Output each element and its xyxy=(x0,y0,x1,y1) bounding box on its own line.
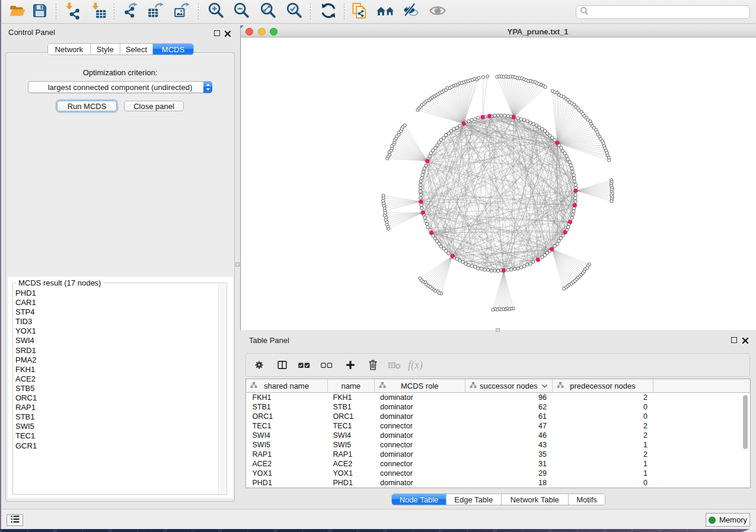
zoom-fit-button[interactable] xyxy=(259,2,277,21)
control-panel-float-button[interactable] xyxy=(214,30,220,36)
horizontal-split-handle[interactable] xyxy=(496,328,500,332)
column-header-successor-nodes[interactable]: successor nodes xyxy=(465,379,553,392)
mcds-result-item[interactable]: STP4 xyxy=(14,307,218,317)
mcds-result-item[interactable]: SWI4 xyxy=(14,336,218,345)
search-field[interactable] xyxy=(576,5,750,19)
mcds-result-item[interactable]: SWI5 xyxy=(14,422,218,431)
table-row[interactable]: TEC1TEC1connector472 xyxy=(246,421,750,431)
show-panels-button[interactable] xyxy=(7,514,23,526)
close-traffic-light[interactable] xyxy=(245,28,253,36)
zoom-selected-button[interactable] xyxy=(285,2,304,21)
mcds-result-item[interactable]: ORC1 xyxy=(14,393,218,403)
table-cell: 96 xyxy=(465,393,553,402)
result-list-scrollbar[interactable] xyxy=(218,284,225,493)
mcds-result-item[interactable]: STB5 xyxy=(14,384,218,393)
new-network-from-selection-button[interactable] xyxy=(350,2,369,21)
table-cell: 2 xyxy=(553,393,653,402)
mcds-result-item[interactable]: SRD1 xyxy=(14,346,218,355)
memory-button[interactable]: Memory xyxy=(706,513,750,527)
table-cell: 62 xyxy=(465,403,553,411)
hide-selected-button[interactable] xyxy=(402,2,421,21)
mcds-result-item[interactable]: ACE2 xyxy=(14,374,218,384)
column-header-MCDS-role[interactable]: MCDS role xyxy=(375,379,465,392)
svg-text:f(x): f(x) xyxy=(408,359,423,371)
table-cell: 43 xyxy=(465,441,553,449)
search-input[interactable] xyxy=(591,7,749,18)
export-table-button[interactable] xyxy=(146,2,165,21)
tree-icon xyxy=(379,382,386,390)
vertical-split-handle[interactable] xyxy=(235,262,240,267)
checked-boxes-icon[interactable] xyxy=(298,361,311,369)
control-panel-close-icon[interactable] xyxy=(224,30,231,37)
status-bar: Memory xyxy=(1,509,756,529)
zoom-in-button[interactable] xyxy=(206,2,225,21)
table-row[interactable]: ACE2ACE2connector311 xyxy=(246,459,750,469)
export-image-button[interactable] xyxy=(172,2,191,21)
tab-edge-table[interactable]: Edge Table xyxy=(446,494,502,505)
column-header-shared-name[interactable]: shared name xyxy=(246,379,328,392)
mcds-result-item[interactable]: TEC1 xyxy=(14,431,218,441)
network-canvas[interactable] xyxy=(241,38,756,330)
column-label: shared name xyxy=(246,382,327,390)
unchecked-boxes-icon[interactable] xyxy=(321,361,333,369)
mcds-result-item[interactable]: PMA2 xyxy=(14,355,218,365)
mcds-result-item[interactable]: STB1 xyxy=(14,412,218,422)
column-header-name[interactable]: name xyxy=(328,379,375,392)
tab-network-table[interactable]: Network Table xyxy=(502,494,569,505)
mcds-result-item[interactable]: RAP1 xyxy=(14,403,218,412)
table-cell: 46 xyxy=(465,431,553,440)
table-row[interactable]: SWI5SWI5connector431 xyxy=(246,440,750,450)
export-network-button[interactable] xyxy=(121,2,140,21)
mcds-result-item[interactable]: TID3 xyxy=(14,317,218,326)
mcds-result-item[interactable]: FKH1 xyxy=(14,365,218,374)
table-cell: 47 xyxy=(465,422,553,430)
tab-mcds[interactable]: MCDS xyxy=(153,44,193,55)
table-cell: 61 xyxy=(465,412,553,421)
import-network-button[interactable] xyxy=(63,2,82,21)
table-row[interactable]: YOX1YOX1connector291 xyxy=(246,469,750,478)
plus-icon[interactable] xyxy=(344,359,356,371)
criterion-dropdown[interactable]: largest connected component (undirected) xyxy=(28,81,212,93)
table-panel-float-button[interactable] xyxy=(731,337,737,343)
run-mcds-button[interactable]: Run MCDS xyxy=(57,101,117,111)
save-session-button[interactable] xyxy=(30,2,49,21)
tab-node-table[interactable]: Node Table xyxy=(392,494,446,505)
table-panel-close-icon[interactable] xyxy=(742,337,749,344)
show-all-button[interactable] xyxy=(428,2,447,21)
table-row[interactable]: FKH1FKH1dominator962 xyxy=(246,393,750,402)
split-pane-icon[interactable] xyxy=(277,360,288,371)
zoom-traffic-light[interactable] xyxy=(270,28,277,36)
column-header-empty[interactable] xyxy=(653,379,750,392)
mcds-result-item[interactable]: CAR1 xyxy=(14,298,218,307)
table-row[interactable]: PHD1PHD1dominator180 xyxy=(246,478,750,488)
gear-icon[interactable] xyxy=(254,360,265,371)
mcds-result-item[interactable]: YOX1 xyxy=(14,326,218,336)
tab-network[interactable]: Network xyxy=(48,44,91,55)
first-neighbors-button[interactable] xyxy=(376,2,395,21)
mcds-result-item[interactable]: PHD1 xyxy=(14,289,218,298)
tab-motifs[interactable]: Motifs xyxy=(569,494,605,505)
close-panel-button[interactable]: Close panel xyxy=(124,101,184,111)
column-header-predecessor-nodes[interactable]: predecessor nodes xyxy=(553,379,653,392)
trash-icon[interactable] xyxy=(368,359,378,371)
table-cell: 2 xyxy=(553,431,653,440)
network-window-titlebar[interactable]: YPA_prune.txt_1 xyxy=(241,25,756,37)
tab-select[interactable]: Select xyxy=(120,44,153,55)
search-icon xyxy=(580,7,589,18)
table-row[interactable]: STB1STB1dominator620 xyxy=(246,402,750,412)
table-cell: SWI5 xyxy=(328,441,375,449)
table-row[interactable]: RAP1RAP1dominator352 xyxy=(246,450,750,459)
apply-layout-button[interactable] xyxy=(319,2,338,21)
zoom-out-button[interactable] xyxy=(232,2,251,21)
mcds-result-item[interactable]: GCR1 xyxy=(14,441,218,451)
minimize-traffic-light[interactable] xyxy=(258,28,266,36)
table-row[interactable]: SWI4SWI4dominator462 xyxy=(246,431,750,440)
control-panel-tabs: NetworkStyleSelectMCDS xyxy=(47,43,194,55)
open-session-button[interactable] xyxy=(8,2,27,21)
table-row[interactable]: ORC1ORC1dominator610 xyxy=(246,412,750,421)
table-scrollbar-thumb[interactable] xyxy=(743,395,748,449)
table-cell: ACE2 xyxy=(328,460,375,468)
import-table-button[interactable] xyxy=(89,2,108,21)
cytoscape-window: Control Panel NetworkStyleSelectMCDS Opt… xyxy=(1,0,756,529)
tab-style[interactable]: Style xyxy=(91,44,121,55)
